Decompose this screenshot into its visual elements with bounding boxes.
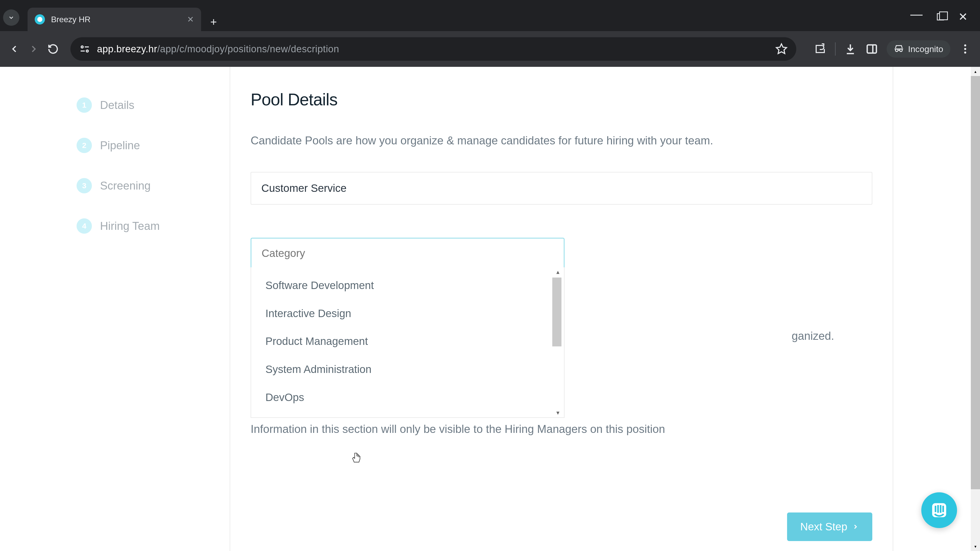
nav-reload-button[interactable]	[47, 43, 59, 55]
incognito-badge[interactable]: Incognito	[886, 40, 950, 58]
pool-description: Candidate Pools are how you organize & m…	[251, 132, 872, 149]
svg-rect-11	[935, 506, 936, 512]
incognito-label: Incognito	[908, 44, 943, 54]
option-finance[interactable]: Finance	[251, 411, 564, 418]
url-text: app.breezy.hr/app/c/moodjoy/positions/ne…	[97, 44, 339, 55]
svg-rect-12	[937, 505, 939, 513]
step-badge: 2	[76, 138, 92, 153]
tab-favicon-icon	[35, 14, 45, 24]
category-field: ▴ ▾ Software Development Interactive Des…	[251, 238, 565, 269]
toolbar-right: Incognito	[814, 40, 972, 58]
main-card: Pool Details Candidate Pools are how you…	[230, 67, 893, 551]
side-panel-icon[interactable]	[865, 42, 878, 56]
svg-point-9	[964, 52, 966, 54]
steps-sidebar: 1 Details 2 Pipeline 3 Screening 4 Hirin…	[0, 67, 230, 551]
step-badge: 3	[76, 178, 92, 193]
tab-close-icon[interactable]: ✕	[187, 14, 194, 24]
footer-bar: Next Step	[230, 503, 893, 551]
address-bar[interactable]: app.breezy.hr/app/c/moodjoy/positions/ne…	[70, 37, 796, 61]
window-close-icon[interactable]: ✕	[958, 10, 968, 23]
step-badge: 1	[76, 97, 92, 113]
svg-point-2	[86, 50, 88, 52]
step-label: Screening	[100, 179, 151, 192]
svg-point-0	[81, 46, 83, 48]
option-software-development[interactable]: Software Development	[251, 272, 564, 300]
browser-menu-icon[interactable]	[959, 42, 972, 56]
dropdown-scrollbar[interactable]	[552, 278, 562, 407]
svg-point-7	[964, 44, 966, 46]
downloads-icon[interactable]	[844, 42, 857, 56]
step-pipeline[interactable]: 2 Pipeline	[76, 138, 215, 153]
option-product-management[interactable]: Product Management	[251, 327, 564, 355]
browser-titlebar: Breezy HR ✕ + — ✕	[0, 0, 980, 31]
step-screening[interactable]: 3 Screening	[76, 178, 215, 193]
category-dropdown: ▴ ▾ Software Development Interactive Des…	[251, 267, 565, 418]
step-badge: 4	[76, 218, 92, 233]
tab-strip: Breezy HR ✕ +	[0, 0, 217, 31]
browser-tab[interactable]: Breezy HR ✕	[27, 8, 201, 31]
intercom-icon	[930, 501, 948, 519]
option-interactive-design[interactable]: Interactive Design	[251, 300, 564, 327]
svg-point-8	[964, 48, 966, 50]
page-content: 1 Details 2 Pipeline 3 Screening 4 Hirin…	[0, 67, 980, 551]
step-label: Hiring Team	[100, 220, 160, 232]
intercom-launcher[interactable]	[921, 492, 957, 528]
dropdown-options: Software Development Interactive Design …	[251, 267, 564, 418]
obscured-text-fragment: ganized.	[792, 330, 834, 342]
tab-title: Breezy HR	[51, 15, 182, 24]
bookmark-star-icon[interactable]	[775, 42, 788, 56]
svg-rect-10	[932, 503, 946, 517]
step-hiring-team[interactable]: 4 Hiring Team	[76, 218, 215, 233]
step-label: Pipeline	[100, 139, 140, 152]
svg-rect-14	[942, 506, 944, 512]
page-scroll-down-icon[interactable]: ▾	[971, 542, 980, 551]
page-scroll-thumb[interactable]	[971, 76, 980, 489]
chevron-right-icon	[852, 523, 859, 530]
nav-forward-button[interactable]	[27, 43, 40, 55]
other-info-description: Information in this section will only be…	[251, 421, 684, 437]
extensions-icon[interactable]	[814, 42, 827, 56]
svg-marker-4	[776, 44, 787, 54]
page-scrollbar-track[interactable]: ▴ ▾	[971, 67, 980, 551]
window-controls: — ✕	[910, 0, 980, 23]
step-details[interactable]: 1 Details	[76, 97, 215, 113]
svg-rect-5	[867, 45, 877, 53]
pool-name-input[interactable]: Customer Service	[251, 172, 872, 205]
option-system-administration[interactable]: System Administration	[251, 355, 564, 383]
window-maximize-icon[interactable]	[937, 13, 944, 21]
tab-search-button[interactable]	[3, 10, 19, 26]
toolbar-divider	[835, 42, 835, 56]
category-input[interactable]	[251, 238, 565, 269]
option-devops[interactable]: DevOps	[251, 383, 564, 411]
site-settings-icon[interactable]	[79, 43, 91, 55]
main-inner: Pool Details Candidate Pools are how you…	[230, 67, 893, 503]
next-step-button[interactable]: Next Step	[787, 513, 872, 541]
nav-back-button[interactable]	[8, 43, 21, 55]
svg-rect-13	[940, 505, 942, 513]
new-tab-button[interactable]: +	[210, 16, 217, 28]
dropdown-scroll-up-icon[interactable]: ▴	[556, 268, 559, 275]
dropdown-scroll-thumb[interactable]	[552, 278, 562, 346]
cursor-pointer-icon	[351, 452, 362, 465]
browser-toolbar: app.breezy.hr/app/c/moodjoy/positions/ne…	[0, 31, 980, 67]
page-scroll-up-icon[interactable]: ▴	[971, 67, 980, 76]
step-label: Details	[100, 99, 135, 111]
page-title: Pool Details	[251, 90, 872, 109]
next-step-label: Next Step	[800, 521, 847, 533]
dropdown-scroll-down-icon[interactable]: ▾	[556, 409, 559, 416]
